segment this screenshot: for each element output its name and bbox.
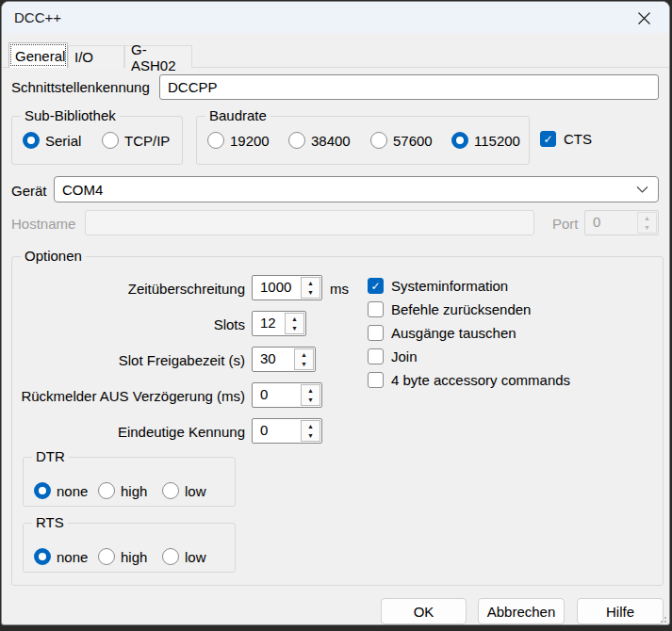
- checkbox-check-icon: ✓: [540, 131, 556, 147]
- radio-baud-38400[interactable]: 38400: [288, 131, 351, 150]
- spin-up-icon[interactable]: ▲: [302, 278, 320, 288]
- feedback-delay-spinner-value[interactable]: 0: [253, 383, 300, 407]
- sub-library-group-title: Sub-Bibliothek: [21, 107, 120, 123]
- radio-icon: [34, 482, 51, 499]
- spin-up-icon[interactable]: ▲: [302, 421, 320, 431]
- join-checkbox[interactable]: ✓ Join: [368, 348, 418, 365]
- rts-group-title: RTS: [32, 514, 68, 530]
- radio-icon: [34, 548, 51, 565]
- interface-id-input[interactable]: [159, 74, 659, 100]
- radio-tcpip-label: TCP/IP: [124, 133, 170, 149]
- checkbox-check-icon: ✓: [368, 278, 384, 294]
- radio-icon: [370, 132, 387, 149]
- radio-icon: [451, 132, 468, 149]
- radio-serial[interactable]: Serial: [23, 131, 81, 150]
- spinner-buttons: ▲ ▼: [301, 420, 320, 442]
- dtr-radio-none[interactable]: none: [34, 481, 88, 500]
- spin-down-icon[interactable]: ▼: [302, 288, 320, 299]
- radio-icon: [162, 482, 179, 499]
- resize-grip[interactable]: [657, 613, 666, 623]
- device-combobox-value: COM4: [62, 182, 103, 198]
- radio-baud-19200-label: 19200: [230, 133, 270, 149]
- help-button[interactable]: Hilfe: [577, 598, 664, 624]
- radio-baud-115200-label: 115200: [474, 133, 520, 149]
- radio-serial-label: Serial: [45, 133, 81, 149]
- unique-id-label: Eindeutige Kennung: [21, 424, 245, 440]
- tab-io-label: I/O: [74, 49, 93, 65]
- timeout-label: Zeitüberschreitung: [21, 281, 245, 297]
- close-icon[interactable]: [628, 6, 660, 30]
- port-spinner: 0 ▲ ▼: [584, 210, 659, 235]
- radio-baud-115200[interactable]: 115200: [451, 131, 520, 150]
- slots-spinner-value[interactable]: 12: [253, 312, 284, 335]
- window-title: DCC++: [14, 9, 61, 25]
- device-label: Gerät: [11, 183, 47, 199]
- cancel-button[interactable]: Abbrechen: [478, 598, 565, 624]
- dtr-radio-none-label: none: [57, 483, 88, 499]
- spinner-buttons: ▲ ▼: [637, 212, 657, 234]
- radio-icon: [23, 132, 40, 149]
- device-combobox[interactable]: COM4: [54, 176, 659, 202]
- slots-spinner[interactable]: 12 ▲ ▼: [252, 311, 306, 336]
- unique-id-spinner-value[interactable]: 0: [253, 419, 300, 443]
- slot-release-spinner-value[interactable]: 30: [253, 348, 293, 371]
- title-bar: DCC++: [2, 2, 669, 33]
- rts-radio-high-label: high: [121, 549, 147, 565]
- timeout-spinner[interactable]: 1000 ▲ ▼: [252, 275, 322, 300]
- accessory-commands-checkbox[interactable]: ✓ 4 byte accessory commands: [368, 371, 570, 389]
- tab-g-ash02[interactable]: G-ASH02: [124, 45, 192, 68]
- dtr-radio-low[interactable]: low: [162, 481, 206, 500]
- timeout-spinner-value[interactable]: 1000: [253, 276, 300, 299]
- checkbox-check-icon: ✓: [368, 372, 384, 388]
- tab-io[interactable]: I/O: [68, 45, 124, 68]
- unique-id-spinner[interactable]: 0 ▲ ▼: [252, 418, 322, 444]
- cts-checkbox-label: CTS: [564, 130, 592, 148]
- interface-id-label: Schnittstellenkennung: [11, 79, 150, 95]
- spin-down-icon[interactable]: ▼: [295, 360, 313, 370]
- radio-icon: [98, 482, 115, 499]
- cts-checkbox[interactable]: ✓ CTS: [540, 130, 592, 148]
- dtr-radio-high[interactable]: high: [98, 481, 147, 500]
- swap-outputs-checkbox-label: Ausgänge tauschen: [391, 324, 516, 342]
- slots-label: Slots: [21, 316, 245, 332]
- slot-release-label: Slot Freigabezeit (s): [21, 352, 245, 368]
- spin-down-icon[interactable]: ▼: [302, 396, 320, 406]
- rts-radio-none[interactable]: none: [34, 547, 88, 566]
- dtr-radio-low-label: low: [185, 483, 206, 499]
- spin-up-icon[interactable]: ▲: [286, 314, 303, 324]
- spinner-buttons: ▲ ▼: [301, 277, 320, 299]
- dtr-group-title: DTR: [32, 448, 69, 464]
- port-spinner-value: 0: [585, 211, 636, 235]
- hostname-label: Hostname: [11, 216, 75, 232]
- radio-icon: [102, 132, 119, 149]
- hostname-input: [85, 210, 534, 235]
- accessory-commands-checkbox-label: 4 byte accessory commands: [391, 371, 570, 389]
- port-label: Port: [552, 216, 579, 232]
- spin-up-icon: ▲: [638, 213, 656, 223]
- rts-radio-low[interactable]: low: [162, 547, 206, 566]
- spin-down-icon[interactable]: ▼: [286, 324, 303, 334]
- radio-baud-57600-label: 57600: [393, 133, 433, 149]
- timeout-unit-label: ms: [330, 281, 349, 297]
- ok-button[interactable]: OK: [381, 598, 467, 624]
- tab-general[interactable]: General: [8, 42, 68, 68]
- radio-tcpip[interactable]: TCP/IP: [102, 131, 170, 150]
- swap-outputs-checkbox[interactable]: ✓ Ausgänge tauschen: [368, 324, 516, 342]
- echo-commands-checkbox[interactable]: ✓ Befehle zurücksenden: [368, 300, 531, 318]
- spin-down-icon[interactable]: ▼: [302, 431, 320, 442]
- radio-baud-38400-label: 38400: [311, 133, 351, 149]
- radio-baud-57600[interactable]: 57600: [370, 131, 433, 150]
- spinner-buttons: ▲ ▼: [301, 384, 320, 406]
- radio-baud-19200[interactable]: 19200: [207, 131, 270, 150]
- feedback-delay-spinner[interactable]: 0 ▲ ▼: [252, 382, 322, 408]
- radio-icon: [162, 548, 179, 565]
- spin-up-icon[interactable]: ▲: [302, 385, 320, 396]
- systeminfo-checkbox[interactable]: ✓ Systeminformation: [368, 277, 508, 295]
- tab-g-ash02-label: G-ASH02: [131, 41, 191, 73]
- slot-release-spinner[interactable]: 30 ▲ ▼: [252, 347, 316, 372]
- spinner-buttons: ▲ ▼: [285, 313, 304, 334]
- options-group-title: Optionen: [21, 248, 86, 264]
- rts-radio-high[interactable]: high: [98, 547, 147, 566]
- spin-up-icon[interactable]: ▲: [295, 349, 313, 360]
- dcc-settings-dialog: DCC++ General I/O G-ASH02 Schnittstellen…: [1, 1, 670, 625]
